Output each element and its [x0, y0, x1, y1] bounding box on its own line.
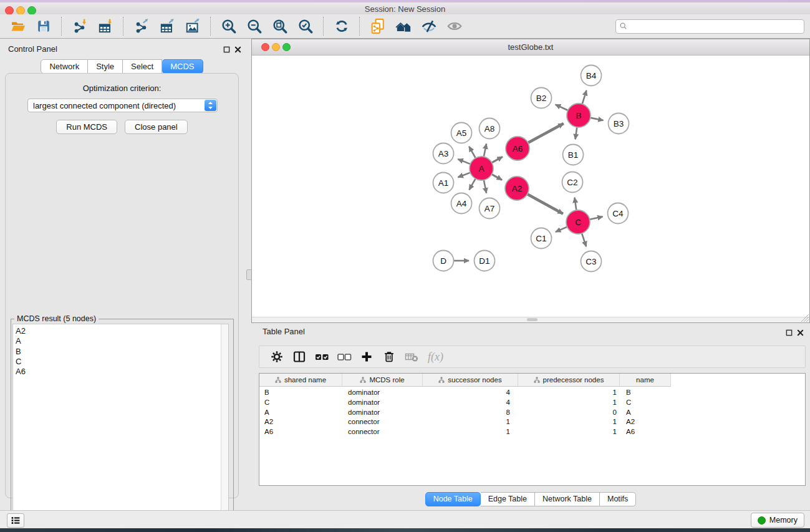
network-edge-A-A2[interactable]: [492, 175, 502, 180]
network-edge-A-A3[interactable]: [458, 159, 470, 164]
float-panel-icon[interactable]: [222, 45, 231, 54]
table-cell[interactable]: A2: [620, 418, 671, 427]
table-cell[interactable]: 1: [518, 389, 620, 398]
tab-network[interactable]: Network: [41, 59, 88, 74]
zoom-in-button[interactable]: [218, 16, 239, 36]
table-cell[interactable]: A: [259, 409, 342, 418]
close-panel-button[interactable]: Close panel: [125, 120, 188, 134]
network-edge-B-B4[interactable]: [582, 90, 587, 104]
network-node-D1[interactable]: D1: [475, 251, 495, 271]
table-float-panel-icon[interactable]: [784, 328, 793, 337]
table-cell[interactable]: 4: [423, 389, 518, 398]
table-cell[interactable]: B: [259, 389, 342, 398]
table-cell[interactable]: 4: [423, 399, 518, 408]
table-cell[interactable]: connector: [342, 418, 423, 427]
mcds-result-item[interactable]: A6: [16, 367, 221, 377]
network-node-A5[interactable]: A5: [451, 123, 472, 143]
select-all-checkboxes-button[interactable]: [314, 349, 330, 365]
tab-edge-table[interactable]: Edge Table: [481, 492, 535, 506]
network-edge-A-A1[interactable]: [458, 173, 470, 177]
network-node-B1[interactable]: B1: [563, 145, 584, 165]
table-cell[interactable]: dominator: [342, 399, 423, 408]
show-hidden-button[interactable]: [444, 16, 465, 36]
network-edge-A-A8[interactable]: [484, 143, 486, 156]
save-session-button[interactable]: [33, 16, 54, 36]
network-edge-A-A6[interactable]: [492, 157, 503, 162]
network-node-A4[interactable]: A4: [451, 193, 472, 214]
column-header-predecessor-nodes[interactable]: predecessor nodes: [518, 374, 620, 387]
export-table-button[interactable]: [157, 16, 177, 36]
network-hscrollbar[interactable]: [252, 317, 809, 322]
home-button[interactable]: [393, 16, 413, 36]
deselect-all-checkboxes-button[interactable]: [336, 349, 352, 365]
tab-node-table[interactable]: Node Table: [425, 492, 481, 506]
network-node-C3[interactable]: C3: [581, 251, 602, 272]
column-header-shared-name[interactable]: shared name: [259, 374, 342, 387]
new-network-from-file-button[interactable]: [367, 16, 388, 36]
network-edge-C-C2[interactable]: [574, 198, 576, 210]
network-node-B2[interactable]: B2: [531, 88, 552, 109]
show-columns-button[interactable]: [291, 349, 307, 365]
close-panel-icon[interactable]: [233, 45, 242, 54]
tab-style[interactable]: Style: [88, 59, 123, 74]
network-node-A1[interactable]: A1: [433, 173, 454, 193]
export-network-button[interactable]: [131, 16, 152, 36]
network-node-A[interactable]: A: [470, 157, 493, 180]
network-edge-B-B2[interactable]: [556, 105, 568, 110]
column-header-successor-nodes[interactable]: successor nodes: [423, 374, 518, 387]
resize-grip[interactable]: [801, 314, 809, 322]
network-edge-A2-C[interactable]: [528, 194, 563, 213]
tab-motifs[interactable]: Motifs: [600, 492, 636, 506]
hide-selected-button[interactable]: [418, 16, 439, 36]
tab-select[interactable]: Select: [123, 59, 162, 74]
table-cell[interactable]: A: [620, 409, 671, 418]
table-cell[interactable]: 8: [423, 409, 518, 418]
network-node-C[interactable]: C: [566, 210, 590, 234]
network-node-A7[interactable]: A7: [480, 198, 500, 219]
table-cell[interactable]: 1: [518, 399, 620, 408]
network-edge-A-A7[interactable]: [484, 180, 486, 193]
network-edge-A-A4[interactable]: [469, 179, 475, 190]
table-cell[interactable]: B: [620, 389, 671, 398]
network-node-B3[interactable]: B3: [609, 114, 629, 134]
mcds-result-item[interactable]: B: [16, 347, 221, 357]
tab-mcds[interactable]: MCDS: [162, 59, 203, 74]
add-column-button[interactable]: [359, 349, 375, 365]
network-edge-A-A5[interactable]: [469, 147, 475, 158]
network-edge-C-C1[interactable]: [556, 227, 567, 232]
network-edge-C-C3[interactable]: [582, 233, 586, 246]
table-cell[interactable]: A6: [259, 428, 342, 437]
network-node-A6[interactable]: A6: [506, 137, 529, 160]
search-input[interactable]: [628, 21, 804, 32]
zoom-fit-button[interactable]: [269, 16, 290, 36]
network-canvas[interactable]: AA1A2A3A4A5A6A7A8BB1B2B3B4CC1C2C3C4DD1: [252, 56, 809, 318]
table-cell[interactable]: 1: [518, 428, 620, 437]
network-node-C2[interactable]: C2: [562, 172, 583, 193]
column-header-name[interactable]: name: [620, 374, 671, 387]
table-cell[interactable]: A6: [620, 428, 671, 437]
table-cell[interactable]: C: [259, 399, 342, 408]
network-edge-A6-B[interactable]: [528, 123, 564, 143]
hscroll-thumb[interactable]: [527, 318, 538, 321]
memory-button[interactable]: Memory: [751, 513, 804, 528]
network-node-D[interactable]: D: [433, 251, 454, 271]
network-edge-C-C4[interactable]: [590, 216, 603, 219]
delete-table-button[interactable]: [403, 349, 420, 365]
table-cell[interactable]: 1: [423, 418, 518, 427]
network-node-B4[interactable]: B4: [581, 65, 602, 86]
network-node-A8[interactable]: A8: [480, 118, 500, 139]
network-edge-B-B3[interactable]: [591, 118, 603, 120]
table-options-gear-button[interactable]: [269, 349, 285, 365]
network-node-A2[interactable]: A2: [505, 177, 529, 200]
table-cell[interactable]: A2: [259, 418, 342, 427]
open-session-button[interactable]: [7, 16, 28, 36]
network-node-A3[interactable]: A3: [433, 143, 454, 164]
criterion-select[interactable]: largest connected component (directed): [27, 99, 218, 112]
zoom-selected-button[interactable]: [295, 16, 316, 36]
table-cell[interactable]: 0: [518, 409, 620, 418]
run-mcds-button[interactable]: Run MCDS: [56, 120, 117, 134]
result-scrollbar[interactable]: [221, 324, 228, 528]
network-node-C1[interactable]: C1: [531, 228, 552, 249]
network-node-B[interactable]: B: [567, 104, 591, 127]
export-image-button[interactable]: [182, 16, 203, 36]
